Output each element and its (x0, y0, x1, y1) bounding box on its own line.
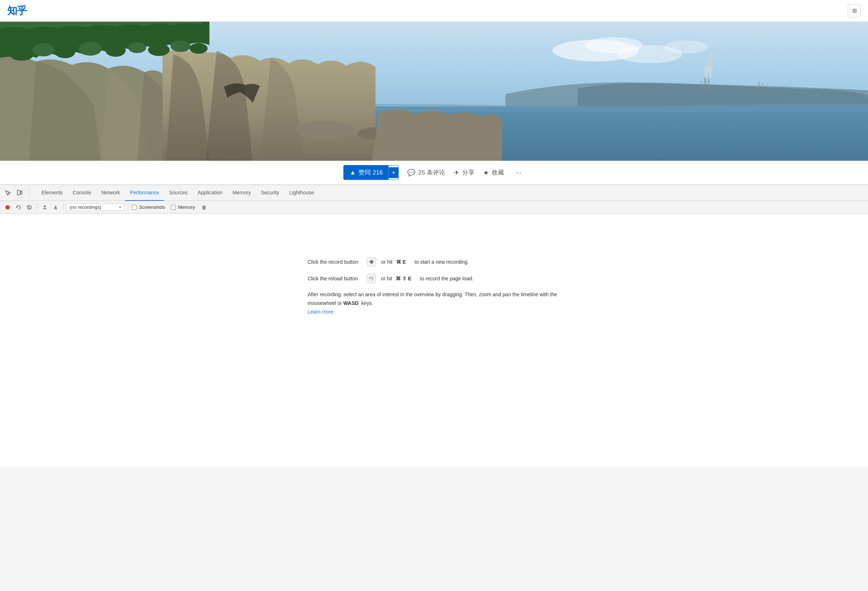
top-bar-right: ⊞ (848, 4, 861, 17)
record-instruction-suffix: to start a new recording. (415, 258, 469, 266)
recordings-dropdown-arrow: ▾ (119, 205, 121, 209)
toolbar-separator-2 (63, 204, 63, 211)
svg-rect-12 (700, 81, 702, 92)
performance-empty-state: Click the record button or hit ⌘ E to st… (308, 257, 560, 316)
tab-security[interactable]: Security (256, 185, 285, 201)
svg-point-15 (708, 53, 713, 64)
trash-button[interactable]: 🗑 (199, 202, 209, 212)
svg-rect-10 (704, 78, 706, 92)
performance-main-panel: Click the record button or hit ⌘ E to st… (0, 214, 868, 467)
top-bar: 知乎 ⊞ (0, 0, 868, 22)
action-bar: ▲ 赞同 216 ▾ 💬 25 条评论 ✈ 分享 ★ 收藏 ··· (0, 161, 868, 185)
svg-point-23 (128, 42, 146, 53)
tab-performance[interactable]: Performance (125, 185, 164, 201)
upload-profile-button[interactable] (40, 202, 49, 212)
like-label: 赞同 216 (359, 168, 383, 177)
svg-rect-17 (762, 83, 763, 92)
svg-point-25 (170, 40, 190, 52)
record-instruction: Click the record button or hit ⌘ E to st… (308, 257, 560, 267)
reload-shortcut: ⌘ ⇧ E (396, 275, 411, 282)
wasd-keys: WASD (343, 300, 359, 306)
screenshots-checkbox-group[interactable]: Screenshots (132, 204, 165, 210)
comment-label: 25 条评论 (418, 168, 445, 177)
memory-checkbox[interactable] (171, 205, 176, 210)
comment-icon: 💬 (407, 169, 415, 177)
devtools-tabs-bar: Elements Console Network Performance Sou… (0, 185, 868, 201)
record-shortcut: ⌘ E (396, 258, 406, 266)
tab-icon-separator (29, 189, 29, 197)
svg-point-21 (79, 42, 102, 56)
tab-elements[interactable]: Elements (37, 185, 68, 201)
comment-action[interactable]: 💬 25 条评论 (407, 168, 445, 177)
like-main-btn[interactable]: ▲ 赞同 216 (344, 165, 388, 180)
share-label: 分享 (462, 168, 474, 177)
screenshots-label: Screenshots (139, 204, 165, 210)
svg-point-6 (296, 121, 354, 139)
svg-rect-27 (17, 191, 20, 195)
tab-network[interactable]: Network (96, 185, 125, 201)
inspect-element-btn[interactable] (3, 188, 13, 198)
zhihu-logo: 知乎 (7, 4, 27, 18)
recordings-dropdown[interactable]: (no recordings) ▾ (66, 203, 124, 211)
devtools-icon-buttons (3, 188, 32, 198)
svg-point-32 (370, 260, 373, 264)
svg-point-24 (148, 44, 170, 56)
performance-toolbar: (no recordings) ▾ Screenshots Memory 🗑 (0, 201, 868, 214)
svg-rect-16 (758, 81, 760, 92)
record-instruction-prefix: Click the record button (308, 258, 358, 266)
svg-point-18 (9, 46, 34, 61)
devtools-panel: Elements Console Network Performance Sou… (0, 185, 868, 467)
record-button[interactable] (3, 202, 12, 212)
tab-application[interactable]: Application (193, 185, 228, 201)
reload-instruction-suffix: to record the page load. (420, 275, 473, 282)
tab-memory[interactable]: Memory (227, 185, 256, 201)
reload-inline-icon (366, 274, 376, 283)
tab-lighthouse[interactable]: Lighthouse (284, 185, 319, 201)
learn-more-link[interactable]: Learn more (308, 309, 334, 315)
svg-point-26 (190, 43, 208, 54)
memory-label: Memory (178, 204, 195, 210)
share-icon: ✈ (454, 169, 459, 177)
recordings-placeholder: (no recordings) (70, 204, 101, 210)
svg-line-31 (28, 206, 31, 208)
svg-point-20 (55, 47, 75, 58)
svg-point-4 (664, 40, 708, 53)
record-inline-icon (367, 257, 376, 267)
download-profile-button[interactable] (51, 202, 60, 212)
top-icon-button[interactable]: ⊞ (848, 4, 861, 17)
hero-image (0, 22, 868, 161)
device-toolbar-btn[interactable] (15, 188, 25, 198)
toolbar-separator-3 (128, 204, 128, 211)
like-dropdown[interactable]: ▾ (388, 167, 398, 178)
collect-action[interactable]: ★ 收藏 (483, 168, 504, 177)
reload-button[interactable] (14, 202, 23, 212)
clear-button[interactable] (25, 202, 34, 212)
collect-label: 收藏 (492, 168, 504, 177)
like-button-group[interactable]: ▲ 赞同 216 ▾ (343, 165, 399, 180)
toolbar-separator-1 (37, 204, 37, 211)
reload-instruction: Click the reload button or hit ⌘ ⇧ E to … (308, 274, 560, 283)
performance-description: After recording, select an area of inter… (308, 290, 560, 316)
screenshots-checkbox[interactable] (132, 205, 137, 210)
share-action[interactable]: ✈ 分享 (454, 168, 474, 177)
reload-instruction-prefix: Click the reload button (308, 275, 358, 282)
tab-sources[interactable]: Sources (164, 185, 192, 201)
tab-console[interactable]: Console (68, 185, 96, 201)
collect-icon: ★ (483, 169, 489, 177)
memory-checkbox-group[interactable]: Memory (171, 204, 195, 210)
more-action[interactable]: ··· (513, 167, 525, 178)
description-end: keys. (362, 300, 373, 306)
svg-point-19 (32, 43, 54, 56)
svg-point-22 (105, 44, 125, 57)
svg-point-29 (6, 205, 10, 210)
like-icon: ▲ (350, 169, 356, 176)
svg-rect-28 (21, 191, 22, 194)
